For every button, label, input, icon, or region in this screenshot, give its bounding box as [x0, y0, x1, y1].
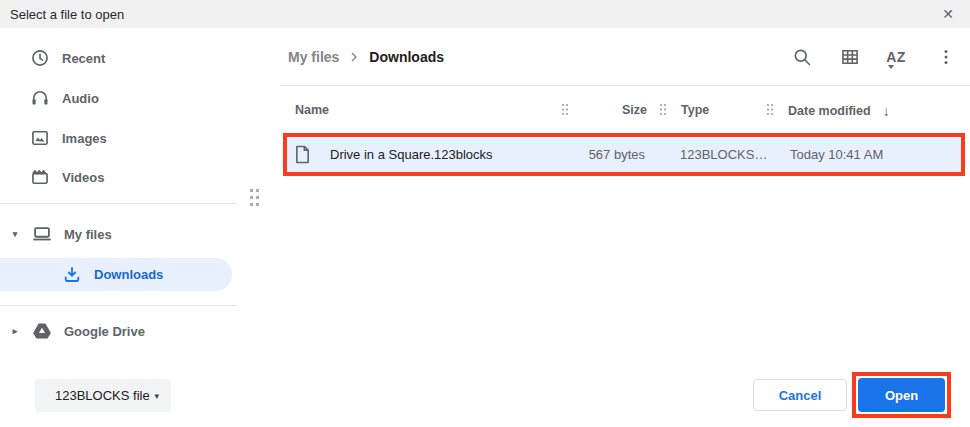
search-icon[interactable] — [790, 45, 814, 69]
more-vertical-icon[interactable] — [934, 45, 958, 69]
cancel-button[interactable]: Cancel — [753, 379, 847, 411]
sort-az-icon[interactable]: AZ — [884, 45, 908, 69]
sidebar-item-label: Recent — [62, 51, 105, 66]
sidebar-item-label: Images — [62, 131, 107, 146]
image-icon — [28, 126, 52, 150]
file-date-modified: Today 10:41 AM — [790, 147, 883, 162]
sidebar-divider — [0, 305, 237, 306]
sort-descending-icon: ↓ — [883, 103, 890, 119]
file-type: 123BLOCKS… — [680, 147, 767, 162]
table-header: Name Size Type Date modified ↓ — [0, 95, 970, 129]
sidebar-divider — [0, 203, 237, 204]
file-type-filter-dropdown[interactable]: 123BLOCKS file ▾ — [35, 379, 171, 412]
close-icon[interactable]: ✕ — [934, 0, 962, 28]
sidebar-item-label: Google Drive — [64, 324, 145, 339]
video-icon — [28, 165, 52, 189]
dropdown-caret-icon: ▾ — [154, 391, 159, 401]
dialog-title: Select a file to open — [10, 7, 124, 22]
sidebar-splitter-handle[interactable] — [246, 186, 264, 210]
sidebar-item-downloads[interactable]: Downloads — [0, 258, 232, 291]
dialog-titlebar: Select a file to open ✕ — [0, 0, 970, 28]
expand-caret-right-icon[interactable]: ▸ — [8, 326, 22, 336]
column-resize-handle[interactable] — [765, 101, 775, 117]
column-resize-handle[interactable] — [560, 101, 570, 117]
file-icon — [295, 145, 310, 164]
open-button[interactable]: Open — [858, 378, 945, 412]
column-header-type[interactable]: Type — [681, 103, 709, 117]
column-resize-handle[interactable] — [658, 101, 668, 117]
sidebar-item-videos[interactable]: Videos — [0, 157, 104, 197]
column-header-date-modified[interactable]: Date modified ↓ — [788, 103, 890, 119]
sidebar-item-my-files[interactable]: ▾ My files — [0, 214, 112, 254]
file-size: 567 bytes — [575, 147, 645, 162]
sidebar-item-recent[interactable]: Recent — [0, 38, 105, 78]
sidebar-item-label: Videos — [62, 170, 104, 185]
breadcrumb: My files Downloads — [288, 43, 444, 71]
sidebar-item-label: Downloads — [94, 267, 163, 282]
download-icon — [60, 263, 84, 287]
sidebar-item-label: My files — [64, 227, 112, 242]
file-picker-dialog: Select a file to open ✕ Recent Audio Ima… — [0, 0, 970, 427]
breadcrumb-chevron-icon — [346, 49, 362, 65]
column-header-name[interactable]: Name — [295, 103, 329, 117]
google-drive-icon — [30, 319, 54, 343]
file-name: Drive in a Square.123blocks — [330, 147, 493, 162]
breadcrumb-my-files[interactable]: My files — [288, 49, 339, 65]
column-header-size[interactable]: Size — [575, 103, 647, 117]
clock-icon — [28, 46, 52, 70]
laptop-icon — [30, 222, 54, 246]
grid-view-icon[interactable] — [838, 45, 862, 69]
sidebar-item-google-drive[interactable]: ▸ Google Drive — [0, 311, 145, 351]
expand-caret-down-icon[interactable]: ▾ — [8, 229, 22, 239]
breadcrumb-downloads[interactable]: Downloads — [369, 49, 444, 65]
toolbar-divider — [280, 85, 970, 86]
file-row[interactable]: Drive in a Square.123blocks 567 bytes 12… — [287, 138, 961, 172]
